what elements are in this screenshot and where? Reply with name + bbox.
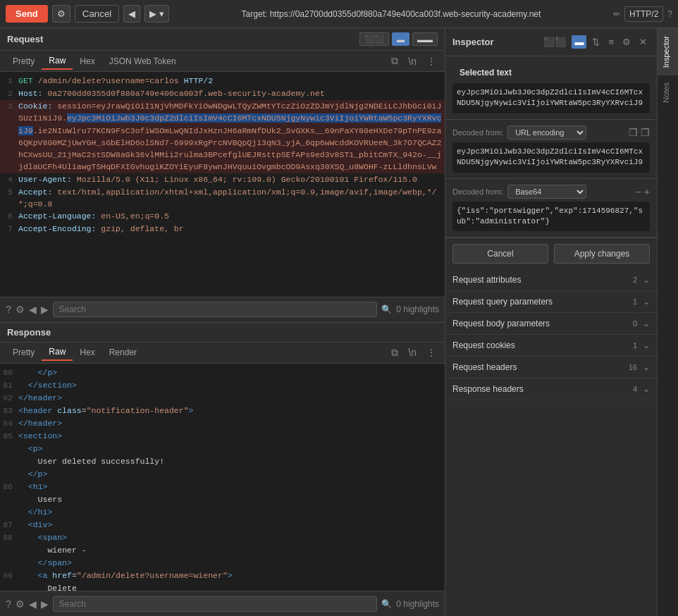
- apply-changes-button[interactable]: Apply changes: [554, 244, 650, 264]
- inspector-gear-icon[interactable]: ⚙: [620, 35, 634, 49]
- response-search-bar: ? ⚙ ◀ ▶ 🔍 0 highlights: [0, 591, 445, 616]
- response-highlights-count: 0 highlights: [396, 599, 439, 609]
- tab-raw-resp[interactable]: Raw: [42, 344, 73, 361]
- request-headers-chevron: ⌄: [643, 362, 650, 372]
- inspector-filter-icon[interactable]: ≡: [605, 35, 617, 49]
- request-query-params-chevron: ⌄: [643, 297, 650, 307]
- resp-search-back-icon[interactable]: ◀: [29, 598, 37, 610]
- tab-raw-req[interactable]: Raw: [42, 53, 73, 70]
- request-attributes-label: Request attributes: [452, 275, 633, 285]
- request-highlights-count: 0 highlights: [396, 304, 439, 314]
- request-cookies-row[interactable]: Request cookies 1 ⌄: [445, 335, 657, 357]
- tab-jwt-req[interactable]: JSON Web Token: [102, 54, 183, 69]
- inspector-layout-2[interactable]: ▬: [572, 35, 586, 49]
- forward-button[interactable]: ▶ ▾: [144, 5, 169, 23]
- inspector-sort-icon[interactable]: ⇅: [589, 35, 603, 49]
- back-button[interactable]: ◀: [123, 5, 140, 23]
- request-section-header: Request ⬛⬛ ▬ ▬▬: [0, 28, 445, 51]
- request-query-params-row[interactable]: Request query parameters 1 ⌄: [445, 291, 657, 313]
- request-headers-count: 16: [629, 363, 637, 371]
- request-body-params-chevron: ⌄: [643, 319, 650, 328]
- view-split-v[interactable]: ▬▬: [412, 32, 438, 46]
- side-tab-inspector[interactable]: Inspector: [658, 28, 678, 75]
- edit-icon[interactable]: ✏: [613, 9, 620, 19]
- request-cookies-count: 1: [633, 341, 637, 350]
- decoded-url-block: Decoded from: URL encoding HTML encoding…: [445, 120, 657, 179]
- request-attributes-chevron: ⌄: [643, 275, 650, 285]
- wrap-icon[interactable]: \n: [405, 54, 419, 68]
- code-line: 5 Accept: text/html,application/xhtml+xm…: [0, 186, 445, 211]
- resp-more-icon[interactable]: ⋮: [424, 345, 439, 359]
- copy-icon[interactable]: ⧉: [388, 54, 401, 68]
- resp-search-icon: 🔍: [381, 599, 392, 609]
- view-single[interactable]: ▬: [392, 32, 409, 46]
- decoded-url-from-label: Decoded from:: [452, 128, 503, 137]
- selected-text-value: eyJpc3MiOiJwb3J0c3dpZ2dlciIsImV4cCI6MTcx…: [452, 83, 650, 113]
- search-forward-icon[interactable]: ▶: [41, 304, 49, 315]
- send-button[interactable]: Send: [6, 5, 48, 23]
- code-line: 80 </p>: [0, 366, 445, 379]
- decoded-url-label: Decoded from: URL encoding HTML encoding…: [452, 125, 650, 140]
- code-line: 6 Accept-Language: en-US,en;q=0.5: [0, 210, 445, 223]
- inspector-layout-1[interactable]: ⬛⬛: [541, 35, 569, 49]
- request-code-area[interactable]: 1 GET /admin/delete?username=carlos HTTP…: [0, 72, 445, 297]
- decoded-base64-value[interactable]: {"iss":"portswigger","exp":1714596827,"s…: [452, 202, 650, 232]
- resp-search-forward-icon[interactable]: ▶: [41, 598, 49, 610]
- tab-hex-resp[interactable]: Hex: [73, 345, 101, 360]
- request-body-params-label: Request body parameters: [452, 319, 633, 328]
- tab-render-resp[interactable]: Render: [102, 345, 144, 360]
- response-headers-row[interactable]: Response headers 4 ⌄: [445, 378, 657, 400]
- decoded-url-value: eyJpc3MiOiJwb3J0c3dpZ2dlciIsImV4cCI6MTcx…: [452, 142, 650, 173]
- side-tab-notes[interactable]: Notes: [658, 75, 678, 110]
- code-line: 87 <div>: [0, 519, 445, 531]
- decoded-base64-plus-icon[interactable]: +: [644, 186, 650, 197]
- resp-search-settings-icon[interactable]: ⚙: [16, 598, 25, 610]
- resp-help-icon[interactable]: ?: [6, 598, 11, 610]
- request-attributes-row[interactable]: Request attributes 2 ⌄: [445, 269, 657, 291]
- response-search-input[interactable]: [53, 596, 377, 612]
- inspector-panel: Inspector ⬛⬛ ▬ ⇅ ≡ ⚙ ✕ Selected text eyJ…: [445, 28, 657, 616]
- more-icon[interactable]: ⋮: [424, 54, 439, 68]
- search-back-icon[interactable]: ◀: [29, 304, 37, 315]
- code-line: 83 <header class="notification-header">: [0, 405, 445, 417]
- request-headers-row[interactable]: Request headers 16 ⌄: [445, 357, 657, 378]
- request-query-params-label: Request query parameters: [452, 297, 633, 307]
- view-split-h[interactable]: ⬛⬛: [359, 32, 389, 46]
- request-search-input[interactable]: [53, 302, 377, 317]
- code-line: 2 Host: 0a2700dd0355d0f880a749e400ca003f…: [0, 87, 445, 100]
- decoded-base64-block: Decoded from: Base64 URL encoding HTML e…: [445, 179, 657, 238]
- help-icon[interactable]: ?: [667, 9, 672, 19]
- help-circle-icon[interactable]: ?: [6, 304, 11, 315]
- decoded-base64-encoding-select[interactable]: Base64 URL encoding HTML encoding: [507, 185, 586, 199]
- code-line: 85 <section>: [0, 430, 445, 443]
- resp-copy-icon[interactable]: ⧉: [388, 345, 401, 360]
- tab-hex-req[interactable]: Hex: [73, 54, 101, 69]
- request-body-params-row[interactable]: Request body parameters 0 ⌄: [445, 313, 657, 335]
- decoded-base64-from-label: Decoded from:: [452, 187, 503, 196]
- settings-button[interactable]: ⚙: [52, 5, 70, 23]
- response-tab-bar: Pretty Raw Hex Render ⧉ \n ⋮: [0, 343, 445, 364]
- request-cookies-label: Request cookies: [452, 340, 633, 350]
- search-settings-icon[interactable]: ⚙: [16, 304, 25, 315]
- decoded-base64-minus-icon[interactable]: −: [636, 186, 641, 197]
- code-line: <p>: [0, 443, 445, 455]
- toolbar: Send ⚙ Cancel ◀ ▶ ▾ Target: https://0a27…: [0, 0, 678, 28]
- target-url: Target: https://0a2700dd0355d0f880a749e4…: [173, 9, 609, 19]
- decoded-url-expand-icon[interactable]: ❐: [641, 127, 650, 138]
- code-line: 84 </header>: [0, 417, 445, 430]
- inspector-close-icon[interactable]: ✕: [636, 35, 650, 49]
- resp-wrap-icon[interactable]: \n: [405, 345, 419, 359]
- code-line: </span>: [0, 557, 445, 569]
- tab-pretty-resp[interactable]: Pretty: [6, 345, 42, 360]
- cancel-changes-button[interactable]: Cancel: [452, 244, 548, 264]
- decoded-url-copy-icon[interactable]: ❒: [629, 127, 638, 138]
- response-headers-label: Response headers: [452, 384, 633, 394]
- decoded-url-encoding-select[interactable]: URL encoding HTML encoding Base64: [507, 125, 586, 140]
- response-code-area[interactable]: 80 </p> 81 </section> 82 </header> 83 <h…: [0, 364, 445, 591]
- tab-pretty-req[interactable]: Pretty: [6, 54, 42, 69]
- decoded-base64-label: Decoded from: Base64 URL encoding HTML e…: [452, 185, 650, 199]
- code-line: 81 </section>: [0, 379, 445, 392]
- cancel-button[interactable]: Cancel: [75, 5, 120, 23]
- response-headers-count: 4: [633, 385, 637, 393]
- selected-text-header: Selected text: [452, 62, 650, 83]
